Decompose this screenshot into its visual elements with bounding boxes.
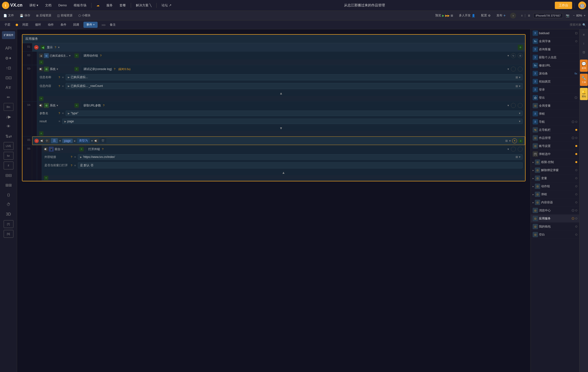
zoom-out-icon[interactable]: － [572,13,575,18]
rs-variable[interactable]: ▸ ⊡ 变量 [531,174,579,182]
expand-06-1[interactable]: ⊠ [515,155,518,159]
field-value-06-1[interactable]: ▶ 'https://www.ivx.cn/index' ⊠ ▾ [78,154,523,160]
settings-04[interactable] [518,103,523,108]
child-layer-btn[interactable]: 子层 [2,22,13,28]
scroll-up-03[interactable]: ▲ [279,91,283,95]
work-button[interactable]: 🔧 工单 [580,74,588,86]
rs-user-info[interactable]: 文 获取个人信息 [531,53,579,62]
arrow-03[interactable]: ◀ [39,67,43,71]
preview-btn[interactable]: 预览 ▶ ▶▶ ⊞ [434,13,454,18]
sidebar-button[interactable]: Btn [4,103,13,111]
expand-icon-unbind[interactable]: ▸ [533,169,534,172]
more-btn[interactable]: › [510,13,516,19]
add-sub-04[interactable]: + [39,131,43,136]
chevron-var1-05[interactable]: ▾ [59,139,61,143]
add-sub-06[interactable]: + [44,176,48,180]
sidebar-live[interactable]: LIVE [4,142,13,150]
chevron-val-06-1[interactable]: ▾ [519,155,520,159]
sidebar-edit[interactable]: ✏ [4,93,13,101]
rs-msg-center[interactable]: ⊡ 消息中心 ⓘ [531,206,579,214]
spacing-icon[interactable]: ⋮ [524,14,526,17]
field-value-03-2[interactable]: ▶ 已购买虚拟... _rowCount ⊠ ▾ [66,83,523,89]
consult-button[interactable]: 💬 咨询 [580,60,588,72]
rs-app-service[interactable]: ⊡ 应用服务 ⓘ [531,214,579,223]
rs-works-mgmt[interactable]: ⊡ 作品管理 ⓘ [531,134,579,142]
expand-icon-variable[interactable]: ▸ [533,177,534,180]
expand-icon-action[interactable]: ▸ [533,185,534,188]
trace-btn[interactable]: 回调 [71,22,82,28]
rs-init-jump[interactable]: 文 初始跳页 [531,78,579,86]
multi-dev-btn[interactable]: 多人开发 👤 [457,13,477,18]
rs-permission[interactable]: ▸ ⊡ 权限-控制 [531,158,579,166]
sidebar-text[interactable]: A∓ [4,84,13,91]
expand-04-1[interactable]: ▾ [519,112,520,115]
rs-scroll[interactable]: 文 滚动条 fix [531,70,579,78]
sidebar-eye[interactable]: 👁 [4,123,13,130]
refresh-03[interactable] [511,67,516,72]
chevron-down-01[interactable]: ▾ [58,46,60,49]
config-btn[interactable]: 配置 ⚙ [480,13,492,18]
device-selector[interactable]: iPhone6/7/8 375*667 [533,13,563,18]
publish-btn[interactable]: 发布 ✈ [495,13,507,18]
sidebar-if[interactable]: if [4,162,13,170]
sidebar-share[interactable]: ⟨⟩ [4,191,13,199]
sidebar-layout[interactable]: ⊡⊡ [4,74,13,82]
add-btn-05[interactable]: + [518,139,523,143]
file-menu[interactable]: 📄 文件 [2,13,15,18]
action-chevron-02[interactable]: ▾ [507,54,509,57]
chevron-06[interactable]: ▾ [62,148,63,151]
sidebar-upload[interactable]: ↑⊡ [4,64,13,72]
cond-tag-05[interactable]: 类型为 [77,138,90,143]
sidebar-3d[interactable]: 3D [4,210,13,218]
expand-component-btn[interactable]: 扩展组件 [2,31,15,39]
nav-item-cloud[interactable]: ☁ [94,2,103,8]
minus-button-01[interactable]: − [34,45,39,50]
util-icon-1[interactable]: ≡ [580,31,587,38]
sidebar-api[interactable]: API [4,44,13,52]
close-05[interactable]: ✕ [512,138,517,143]
arrow-04[interactable]: ◀ [39,104,43,107]
expand-04-2[interactable]: ▾ [519,120,520,123]
var3-tag-05[interactable]: 空 [100,138,106,143]
action-btn[interactable]: 动作 [45,22,56,28]
refresh-06[interactable] [511,147,516,152]
sidebar-type-n[interactable]: [N] [4,230,13,238]
rs-global-font[interactable]: fix 全局字体 [531,37,579,45]
rs-dialog2[interactable]: ▸ ⊡ 弹框 [531,190,579,198]
var1-tag-05[interactable]: 且 [51,138,58,143]
rs-global-var[interactable]: ⊡ 全局变量 [531,102,579,110]
zoom-in-icon[interactable]: ＋ [583,13,586,18]
settings-02[interactable]: ⚙ [518,53,523,58]
action-chevron-04[interactable]: ▾ [507,104,509,107]
avatar[interactable]: 🤖 [578,1,586,9]
same-layer-btn[interactable]: 同层 [20,22,31,28]
minus-btn-05[interactable]: − [34,139,39,143]
flag-05[interactable]: ◀ [94,139,98,143]
arrow-icon-02[interactable]: ◀ [39,54,43,58]
scroll-down-04[interactable]: ▼ [279,126,283,130]
settings-03[interactable] [518,67,523,72]
rs-baiduad[interactable]: 文 baiduad [531,29,579,37]
sidebar-clock[interactable]: ⏱ [4,201,13,208]
add-sub-02[interactable]: + [39,60,43,64]
add-btn-02[interactable]: + [74,53,79,58]
monitor-icon[interactable]: 🖥 [527,14,530,17]
settings-06[interactable] [518,147,523,152]
field-value-03-1[interactable]: ▶ 已购买虚拟... ⊠ ▾ [66,74,523,80]
screenshot-icon[interactable]: 📷 [566,14,569,17]
save-btn[interactable]: 💾 保存 [18,13,32,18]
rs-modify-url[interactable]: fix 修改URL [531,62,579,70]
rs-nav[interactable]: 文 导航 ⓘ [531,118,579,126]
align-icon[interactable]: ≡ [521,14,523,17]
cursor-05[interactable]: ⊹ [46,139,50,143]
sidebar-move[interactable]: ⇅⇄ [4,132,13,140]
logo[interactable]: i VX.cn [2,2,22,9]
sidebar-media[interactable]: ♪▶ [4,113,13,121]
nav-item-docs[interactable]: 文档 [42,2,54,9]
rs-left-nav[interactable]: % 左导航栏 [531,126,579,134]
notification-button[interactable]: 🔔 通知 [580,88,588,100]
chevron-04[interactable]: ▾ [57,104,58,107]
note-btn[interactable]: 备注 [107,22,118,28]
sidebar-settings[interactable]: ⚙✦ [4,54,13,62]
rs-action-group[interactable]: ▸ ⊡ 动作组 [531,182,579,190]
